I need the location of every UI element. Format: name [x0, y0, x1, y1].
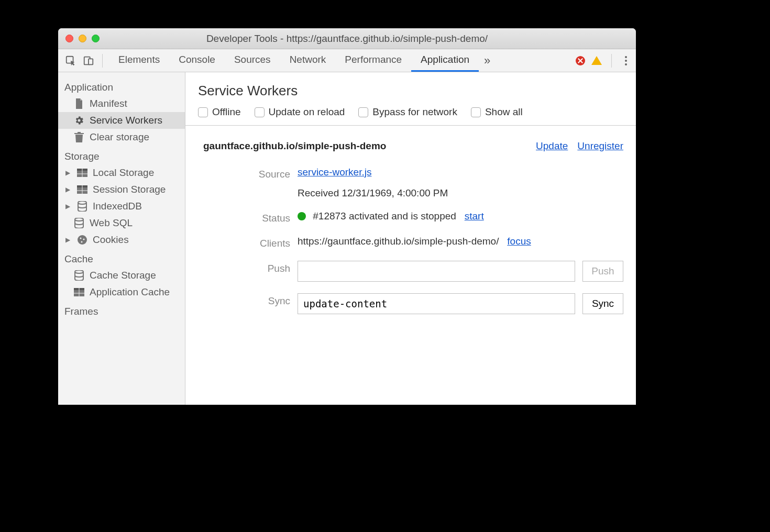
database-icon [74, 270, 84, 281]
sidebar-item-label: IndexedDB [93, 201, 142, 212]
errors-icon[interactable] [576, 56, 585, 65]
panel-heading: Service Workers [185, 72, 636, 106]
svg-rect-2 [89, 59, 93, 64]
sidebar-section-frames: Frames [58, 301, 185, 319]
window-titlebar: Developer Tools - https://gauntface.gith… [58, 28, 636, 49]
panel-body: Application Manifest Service Workers Cle… [58, 72, 636, 405]
svg-point-16 [81, 241, 83, 243]
panel-tabs: Elements Console Sources Network Perform… [109, 49, 496, 72]
database-icon [74, 218, 84, 228]
checkbox-label: Offline [212, 106, 241, 118]
sidebar-item-label: Local Storage [93, 167, 154, 179]
tab-elements[interactable]: Elements [109, 49, 169, 72]
status-label: Status [198, 210, 298, 224]
offline-checkbox[interactable]: Offline [198, 106, 241, 118]
status-text: #12873 activated and is stopped [313, 210, 456, 221]
close-window-button[interactable] [65, 35, 73, 42]
checkbox-label: Update on reload [269, 106, 345, 118]
disclosure-triangle-icon[interactable]: ▶ [64, 236, 71, 243]
client-url: https://gauntface.github.io/simple-push-… [298, 236, 499, 247]
checkbox-label: Bypass for network [372, 106, 457, 118]
sidebar-item-label: Cache Storage [90, 270, 156, 281]
sidebar-item-label: Service Workers [90, 115, 162, 126]
tab-console[interactable]: Console [169, 49, 225, 72]
sidebar-section-storage: Storage [58, 146, 185, 164]
client-focus-link[interactable]: focus [507, 236, 531, 247]
origin-row: gauntface.github.io/simple-push-demo Upd… [185, 126, 636, 157]
toolbar-separator [611, 54, 612, 68]
tab-performance[interactable]: Performance [335, 49, 411, 72]
sidebar-section-application: Application [58, 76, 185, 95]
sidebar-section-cache: Cache [58, 248, 185, 267]
sidebar-item-cookies[interactable]: ▶ Cookies [58, 231, 185, 248]
svg-point-17 [75, 270, 83, 273]
checkbox-label: Show all [485, 106, 523, 118]
table-icon [77, 184, 87, 195]
status-start-link[interactable]: start [465, 210, 484, 221]
checkbox-icon [255, 107, 265, 117]
sidebar-item-session-storage[interactable]: ▶ Session Storage [58, 181, 185, 198]
application-sidebar: Application Manifest Service Workers Cle… [58, 72, 185, 405]
update-link[interactable]: Update [536, 140, 568, 152]
inspect-element-icon[interactable] [63, 55, 78, 66]
zoom-window-button[interactable] [92, 35, 100, 42]
update-on-reload-checkbox[interactable]: Update on reload [255, 106, 345, 118]
sw-details-grid: Source service-worker.js Received 12/31/… [185, 157, 636, 330]
svg-point-14 [80, 238, 82, 239]
devtools-window: Developer Tools - https://gauntface.gith… [58, 28, 636, 405]
bypass-for-network-checkbox[interactable]: Bypass for network [358, 106, 457, 118]
database-icon [77, 201, 87, 212]
sidebar-item-clear-storage[interactable]: Clear storage [58, 129, 185, 146]
svg-point-13 [78, 235, 87, 245]
gear-icon [74, 115, 84, 126]
cookie-icon [77, 235, 87, 245]
disclosure-triangle-icon[interactable]: ▶ [64, 186, 71, 193]
sidebar-item-label: Manifest [90, 98, 127, 109]
source-file-link[interactable]: service-worker.js [298, 167, 371, 178]
devtools-toolbar: Elements Console Sources Network Perform… [58, 49, 636, 72]
sidebar-item-manifest[interactable]: Manifest [58, 95, 185, 112]
status-dot-icon [298, 212, 306, 220]
minimize-window-button[interactable] [79, 35, 86, 42]
sidebar-item-local-storage[interactable]: ▶ Local Storage [58, 164, 185, 181]
device-toolbar-icon[interactable] [81, 55, 96, 66]
sidebar-item-indexeddb[interactable]: ▶ IndexedDB [58, 198, 185, 215]
settings-menu-icon[interactable] [621, 56, 631, 65]
sidebar-item-label: Session Storage [93, 184, 166, 195]
sidebar-item-service-workers[interactable]: Service Workers [58, 112, 185, 129]
sidebar-item-websql[interactable]: Web SQL [58, 215, 185, 231]
checkbox-icon [198, 107, 208, 117]
sidebar-item-cache-storage[interactable]: Cache Storage [58, 267, 185, 284]
push-input[interactable] [298, 261, 575, 282]
tabs-overflow-icon[interactable]: » [479, 54, 496, 68]
sidebar-item-label: Clear storage [90, 131, 149, 143]
push-label: Push [198, 261, 298, 274]
clients-label: Clients [198, 236, 298, 249]
sw-options-row: Offline Update on reload Bypass for netw… [185, 106, 636, 126]
sidebar-item-label: Application Cache [90, 286, 170, 298]
svg-point-15 [83, 239, 85, 240]
window-title: Developer Tools - https://gauntface.gith… [58, 33, 636, 45]
sidebar-item-application-cache[interactable]: Application Cache [58, 284, 185, 301]
service-workers-panel: Service Workers Offline Update on reload… [185, 72, 636, 405]
sidebar-item-label: Web SQL [90, 217, 133, 229]
push-button[interactable]: Push [582, 261, 623, 282]
tab-sources[interactable]: Sources [225, 49, 280, 72]
tab-network[interactable]: Network [280, 49, 336, 72]
sync-button[interactable]: Sync [582, 293, 623, 314]
trash-icon [74, 132, 84, 142]
table-icon [74, 287, 84, 297]
disclosure-triangle-icon[interactable]: ▶ [64, 203, 71, 210]
tab-application[interactable]: Application [411, 49, 479, 72]
sync-input[interactable] [298, 293, 575, 314]
sync-label: Sync [198, 293, 298, 307]
disclosure-triangle-icon[interactable]: ▶ [64, 169, 71, 176]
warnings-icon[interactable] [591, 56, 602, 65]
show-all-checkbox[interactable]: Show all [471, 106, 523, 118]
checkbox-icon [358, 107, 368, 117]
toolbar-separator [102, 54, 103, 68]
unregister-link[interactable]: Unregister [577, 140, 623, 152]
checkbox-icon [471, 107, 481, 117]
source-received: Received 12/31/1969, 4:00:00 PM [298, 187, 623, 199]
svg-point-11 [78, 201, 86, 204]
